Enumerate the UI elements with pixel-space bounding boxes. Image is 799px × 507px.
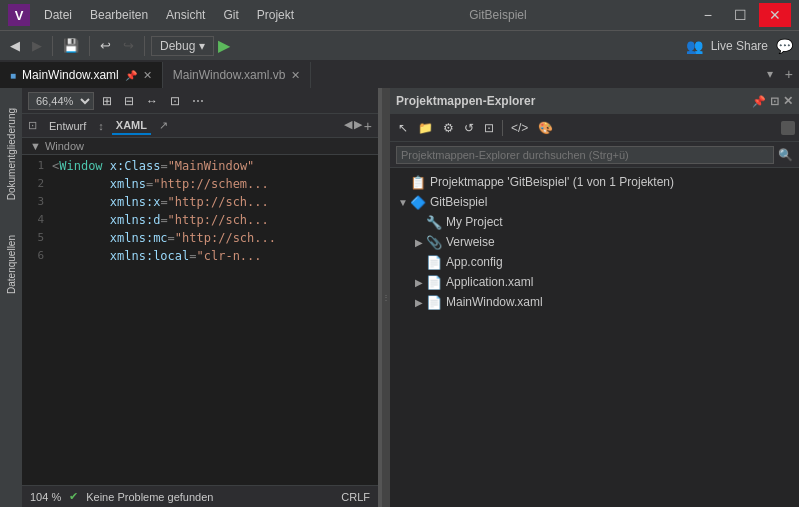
panel-undock-btn[interactable]: ⊡	[770, 95, 779, 108]
panel-pin-btn[interactable]: 📌	[752, 95, 766, 108]
tree-item[interactable]: ▶ 📎 Verweise	[390, 232, 799, 252]
code-line: 1<Window x:Class="MainWindow"	[22, 159, 378, 177]
properties-btn[interactable]: ⚙	[439, 119, 458, 137]
line-content: xmlns:mc="http://sch...	[52, 231, 378, 245]
close-btn[interactable]: ✕	[759, 3, 791, 27]
tree-item[interactable]: 📋 Projektmappe 'GitBeispiel' (1 von 1 Pr…	[390, 172, 799, 192]
search-icon[interactable]: 🔍	[778, 148, 793, 162]
grid-btn[interactable]: ⊞	[98, 92, 116, 110]
editor-toolbar: 66,44% ⊞ ⊟ ↔ ⊡ ⋯	[22, 88, 378, 114]
tab-close-1[interactable]: ✕	[143, 69, 152, 82]
menu-item-git[interactable]: Git	[215, 4, 246, 26]
tree-expand-icon: ▶	[412, 277, 426, 288]
menu-item-ansicht[interactable]: Ansicht	[158, 4, 213, 26]
window-label-text: Window	[45, 140, 84, 152]
save-btn[interactable]: 💾	[59, 36, 83, 55]
designer-btn[interactable]: 🎨	[534, 119, 557, 137]
debug-label: Debug	[160, 39, 195, 53]
tree-item[interactable]: ▼ 🔷 GitBeispiel	[390, 192, 799, 212]
live-share-btn[interactable]: Live Share	[711, 39, 768, 53]
editor-panel: 66,44% ⊞ ⊟ ↔ ⊡ ⋯ ⊡ Entwurf ↕ XAML ↗ ◀ ▶ …	[22, 88, 382, 507]
toolbar-separator-2	[89, 36, 90, 56]
line-content: xmlns:local="clr-n...	[52, 249, 378, 263]
tree-item-icon: 📄	[426, 294, 442, 310]
refresh-btn[interactable]: ↺	[460, 119, 478, 137]
tree-expand-icon: ▼	[396, 197, 410, 208]
tree-item-label: Verweise	[446, 235, 495, 249]
solution-search-input[interactable]	[396, 146, 774, 164]
tab-dropdown-btn[interactable]: ▾	[761, 67, 779, 81]
menu-item-datei[interactable]: Datei	[36, 4, 80, 26]
mode-draft-btn[interactable]: Entwurf	[45, 118, 90, 134]
nav-left-icon[interactable]: ◀	[344, 118, 352, 134]
status-check-icon: ✔	[69, 490, 78, 503]
splitter[interactable]: ⋮	[382, 88, 390, 507]
more-btn[interactable]: ⋯	[188, 92, 208, 110]
tree-item[interactable]: 🔧 My Project	[390, 212, 799, 232]
mode-xaml-btn[interactable]: XAML	[112, 117, 151, 135]
toolbar-separator-3	[144, 36, 145, 56]
zoom-fit-btn[interactable]: ⊡	[166, 92, 184, 110]
code-line: 2 xmlns="http://schem...	[22, 177, 378, 195]
tab-pin-1[interactable]: 📌	[125, 70, 137, 81]
editor-mode-bar: ⊡ Entwurf ↕ XAML ↗ ◀ ▶ +	[22, 114, 378, 138]
code-line: 6 xmlns:local="clr-n...	[22, 249, 378, 267]
align-btn[interactable]: ↔	[142, 92, 162, 110]
collapse-icon[interactable]: ▼	[30, 140, 41, 152]
encoding-label[interactable]: CRLF	[341, 491, 370, 503]
zoom-bottom[interactable]: 104 %	[30, 491, 61, 503]
new-vertical-tab-btn[interactable]: +	[779, 66, 799, 82]
nav-right-icon[interactable]: ▶	[354, 118, 362, 134]
tree-item-icon: 📎	[426, 234, 442, 250]
dropdown-arrow: ▾	[199, 39, 205, 53]
tree-item-icon: 📋	[410, 174, 426, 190]
menu-item-projekt[interactable]: Projekt	[249, 4, 302, 26]
tree-item[interactable]: ▶ 📄 Application.xaml	[390, 272, 799, 292]
tree-item-icon: 🔧	[426, 214, 442, 230]
code-view-btn[interactable]: </>	[507, 119, 532, 137]
code-editor[interactable]: 1<Window x:Class="MainWindow"2 xmlns="ht…	[22, 155, 378, 485]
tab-mainwindow-vb[interactable]: MainWindow.xaml.vb ✕	[163, 62, 312, 88]
run-btn[interactable]: ▶	[218, 36, 230, 55]
panel-close-btn[interactable]: ✕	[783, 94, 793, 108]
tree-expand-icon: ▶	[412, 297, 426, 308]
mode-xaml-icon: ↗	[159, 119, 168, 132]
code-line: 5 xmlns:mc="http://sch...	[22, 231, 378, 249]
tab-mainwindow-xaml[interactable]: ■ MainWindow.xaml 📌 ✕	[0, 62, 163, 88]
sidebar-label-dokumentgliederung[interactable]: Dokumentgliederung	[6, 108, 17, 200]
panel-title: Projektmappen-Explorer	[396, 94, 748, 108]
collapse-all-btn[interactable]: ↖	[394, 119, 412, 137]
sidebar-label-datenquellen[interactable]: Datenquellen	[6, 235, 17, 294]
zoom-select[interactable]: 66,44%	[28, 92, 94, 110]
show-files-btn[interactable]: 📁	[414, 119, 437, 137]
line-content: xmlns:x="http://sch...	[52, 195, 378, 209]
snap-btn[interactable]: ⊟	[120, 92, 138, 110]
back-btn[interactable]: ◀	[6, 36, 24, 55]
tree-item[interactable]: ▶ 📄 MainWindow.xaml	[390, 292, 799, 312]
line-content: <Window x:Class="MainWindow"	[52, 159, 378, 173]
undo-btn[interactable]: ↩	[96, 36, 115, 55]
window-label-bar: ▼ Window	[22, 138, 378, 155]
debug-dropdown[interactable]: Debug ▾	[151, 36, 214, 56]
main-toolbar: ◀ ▶ 💾 ↩ ↪ Debug ▾ ▶ 👥 Live Share 💬	[0, 30, 799, 60]
forward-btn[interactable]: ▶	[28, 36, 46, 55]
tree-item-label: Projektmappe 'GitBeispiel' (1 von 1 Proj…	[430, 175, 674, 189]
right-nav-btns: ◀ ▶ +	[344, 118, 372, 134]
tree-item-icon: 📄	[426, 274, 442, 290]
tab-label-1: MainWindow.xaml	[22, 68, 119, 82]
feedback-btn[interactable]: 💬	[776, 38, 793, 54]
add-panel-btn[interactable]: +	[364, 118, 372, 134]
maximize-btn[interactable]: ☐	[724, 3, 757, 27]
tree-item-label: My Project	[446, 215, 503, 229]
line-number: 2	[22, 177, 52, 190]
redo-btn[interactable]: ↪	[119, 36, 138, 55]
tab-close-2[interactable]: ✕	[291, 69, 300, 82]
filter-btn[interactable]: ⊡	[480, 119, 498, 137]
status-ok-text: Keine Probleme gefunden	[86, 491, 333, 503]
menu-item-bearbeiten[interactable]: Bearbeiten	[82, 4, 156, 26]
line-number: 5	[22, 231, 52, 244]
minimize-btn[interactable]: −	[694, 3, 722, 27]
panel-toolbar: ↖ 📁 ⚙ ↺ ⊡ </> 🎨	[390, 114, 799, 142]
toolbar-right: 👥 Live Share 💬	[686, 38, 793, 54]
tree-item[interactable]: 📄 App.config	[390, 252, 799, 272]
